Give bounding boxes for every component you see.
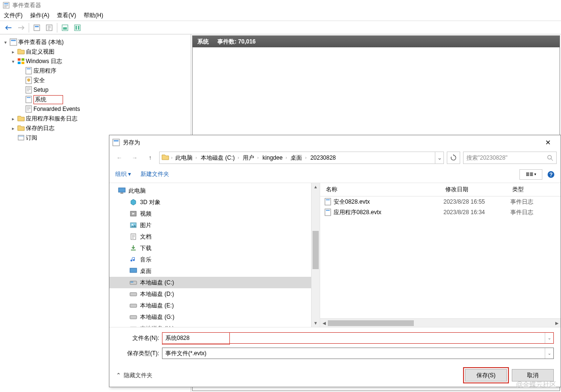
toolbar-btn-1[interactable] xyxy=(31,22,43,33)
side-3dobjects[interactable]: 3D 对象 xyxy=(109,196,311,208)
nav-up[interactable]: ↑ xyxy=(144,152,156,163)
col-date[interactable]: 修改日期 xyxy=(443,185,510,194)
bc-leaf[interactable]: 20230828 xyxy=(309,154,336,161)
side-desktop[interactable]: 桌面 xyxy=(109,265,311,277)
toolbar xyxy=(0,21,561,34)
file-row[interactable]: 应用程序0828.evtx 2023/8/28 16:34 事件日志 xyxy=(320,207,561,218)
cancel-button[interactable]: 取消 xyxy=(512,369,554,381)
search-placeholder: 搜索"20230828" xyxy=(466,154,507,162)
tree-security[interactable]: 安全 xyxy=(0,76,191,85)
svg-rect-15 xyxy=(22,58,24,61)
svg-rect-10 xyxy=(76,26,77,30)
svg-rect-27 xyxy=(114,140,119,142)
dialog-toolbar: 组织 ▾ 新建文件夹 ≣≣▾ ? xyxy=(109,166,561,183)
tree-saved-logs[interactable]: ▸ 保存的日志 xyxy=(0,123,191,133)
refresh-button[interactable] xyxy=(447,152,460,164)
scroll-right-icon[interactable]: ▶ xyxy=(553,321,561,326)
side-disk-g[interactable]: 本地磁盘 (G:) xyxy=(109,311,311,323)
scroll-left-icon[interactable]: ◀ xyxy=(320,321,328,326)
tree-system[interactable]: 系统 xyxy=(0,95,191,104)
filetype-label: 保存类型(T): xyxy=(116,349,159,358)
svg-rect-3 xyxy=(4,7,7,8)
file-row[interactable]: 安全0828.evtx 2023/8/28 16:55 事件日志 xyxy=(320,196,561,207)
tree-app-svc-logs[interactable]: ▸ 应用程序和服务日志 xyxy=(0,114,191,123)
toolbar-btn-3[interactable] xyxy=(59,22,71,33)
bc-users[interactable]: 用户› xyxy=(242,154,259,162)
bc-thispc[interactable]: 此电脑› xyxy=(174,154,198,162)
nav-back[interactable]: ← xyxy=(113,152,126,163)
filetype-select[interactable]: 事件文件(*.evtx) ⌄ xyxy=(162,348,554,359)
svg-rect-21 xyxy=(26,87,32,93)
scroll-up-icon[interactable]: ▲ xyxy=(312,183,320,191)
file-list: 名称 修改日期 类型 安全0828.evtx 2023/8/28 16:55 事… xyxy=(320,183,561,327)
file-icon xyxy=(324,208,332,216)
svg-rect-40 xyxy=(130,293,137,296)
bc-disk-c[interactable]: 本地磁盘 (C:)› xyxy=(200,154,240,162)
svg-rect-4 xyxy=(34,25,40,31)
svg-rect-17 xyxy=(22,62,24,64)
bc-kingdee[interactable]: kingdee› xyxy=(261,154,288,161)
expand-icon[interactable]: ▾ xyxy=(10,59,16,64)
tree-application[interactable]: 应用程序 xyxy=(0,66,191,76)
scroll-thumb[interactable] xyxy=(313,231,319,269)
tree-forwarded[interactable]: Forwarded Events xyxy=(0,104,191,114)
side-documents[interactable]: 文档 xyxy=(109,231,311,242)
help-icon[interactable]: ? xyxy=(547,171,555,178)
sidebar-scrollbar[interactable]: ▲ ▼ xyxy=(311,183,320,327)
expand-icon[interactable]: ▾ xyxy=(2,40,9,45)
filename-input[interactable]: 系统0828 ⌄ xyxy=(162,332,554,344)
app-icon xyxy=(3,2,10,9)
side-pictures[interactable]: 图片 xyxy=(109,219,311,231)
pc-icon xyxy=(118,187,126,195)
tree-setup[interactable]: Setup xyxy=(0,85,191,95)
tree-windows-logs[interactable]: ▾ Windows 日志 xyxy=(0,56,191,66)
save-button[interactable]: 保存(S) xyxy=(465,369,507,381)
chevron-up-icon: ⌃ xyxy=(116,372,121,379)
breadcrumb[interactable]: › 此电脑› 本地磁盘 (C:)› 用户› kingdee› 桌面› 20230… xyxy=(159,152,444,164)
menu-action[interactable]: 操作(A) xyxy=(30,11,49,20)
scroll-down-icon[interactable]: ▼ xyxy=(312,319,320,327)
toolbar-btn-2[interactable] xyxy=(43,22,55,33)
dialog-title: 另存为 xyxy=(123,139,140,147)
search-box[interactable]: 搜索"20230828" xyxy=(463,152,557,164)
side-disk-h[interactable]: 本地磁盘 (H:) xyxy=(109,323,311,327)
side-disk-e[interactable]: 本地磁盘 (E:) xyxy=(109,300,311,311)
side-disk-c[interactable]: 本地磁盘 (C:) xyxy=(109,277,311,288)
breadcrumb-dropdown[interactable]: ⌄ xyxy=(435,152,443,163)
back-button[interactable] xyxy=(3,22,14,33)
menu-view[interactable]: 查看(V) xyxy=(57,11,76,20)
scroll-thumb[interactable] xyxy=(328,320,414,326)
forward-button[interactable] xyxy=(15,22,27,33)
svg-rect-2 xyxy=(4,5,9,6)
expand-icon[interactable]: ▸ xyxy=(10,116,16,121)
expand-icon[interactable]: ▸ xyxy=(10,126,16,131)
close-button[interactable]: ✕ xyxy=(539,137,558,148)
side-videos[interactable]: 视频 xyxy=(109,208,311,219)
view-mode-button[interactable]: ≣≣▾ xyxy=(519,169,542,180)
col-name[interactable]: 名称 xyxy=(324,185,443,194)
menu-help[interactable]: 帮助(H) xyxy=(84,11,103,20)
col-type[interactable]: 类型 xyxy=(510,185,561,194)
side-music[interactable]: 音乐 xyxy=(109,254,311,265)
file-hscrollbar[interactable]: ◀ ▶ xyxy=(320,318,561,327)
svg-rect-42 xyxy=(130,316,137,319)
dialog-form: 文件名(N): 系统0828 ⌄ 保存类型(T): 事件文件(*.evtx) ⌄ xyxy=(109,327,561,364)
chevron-down-icon[interactable]: ⌄ xyxy=(545,333,553,343)
side-disk-d[interactable]: 本地磁盘 (D:) xyxy=(109,288,311,300)
nav-forward[interactable]: → xyxy=(129,152,141,163)
new-folder-button[interactable]: 新建文件夹 xyxy=(140,170,169,178)
side-downloads[interactable]: 下载 xyxy=(109,242,311,254)
chevron-down-icon[interactable]: ⌄ xyxy=(545,348,553,359)
tree-root[interactable]: ▾ 事件查看器 (本地) xyxy=(0,37,191,47)
svg-rect-16 xyxy=(18,62,21,64)
app-icon xyxy=(112,139,120,146)
expand-icon[interactable]: ▸ xyxy=(10,49,16,54)
side-thispc[interactable]: 此电脑 xyxy=(109,185,311,196)
svg-rect-23 xyxy=(27,97,31,98)
toolbar-btn-4[interactable] xyxy=(72,22,83,33)
hide-folders-toggle[interactable]: ⌃ 隐藏文件夹 xyxy=(116,371,152,380)
organize-menu[interactable]: 组织 ▾ xyxy=(115,170,131,178)
menu-file[interactable]: 文件(F) xyxy=(4,11,22,20)
tree-custom-views[interactable]: ▸ 自定义视图 xyxy=(0,47,191,56)
bc-desktop[interactable]: 桌面› xyxy=(290,154,307,162)
